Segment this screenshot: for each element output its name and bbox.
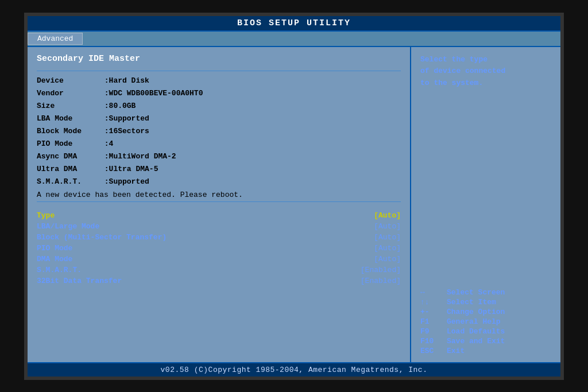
setting-row-4[interactable]: S.M.A.R.T. [Enabled] (37, 265, 401, 275)
key-desc-3: General Help (447, 317, 501, 326)
settings-header-label: Type (37, 211, 55, 220)
setting-value-4: [Enabled] (361, 266, 401, 274)
setting-name-4: S.M.A.R.T. (37, 266, 82, 274)
device-value-0: :Hard Disk (105, 76, 149, 85)
key-sym-1: ↑↓ (420, 298, 447, 306)
menu-bar: Advanced (28, 32, 560, 47)
device-row-5: PIO Mode :4 (37, 138, 401, 150)
setting-value-3: [Auto] (374, 255, 401, 263)
device-value-1: :WDC WDB00BEVE-00A0HT0 (105, 89, 203, 98)
device-row-7: Ultra DMA :Ultra DMA-5 (37, 163, 401, 176)
key-desc-5: Save and Exit (447, 337, 505, 346)
device-label-6: Async DMA (37, 150, 100, 163)
footer-bar: v02.58 (C)Copyright 1985-2004, American … (28, 362, 560, 377)
setting-name-5: 32Bit Data Transfer (37, 277, 122, 285)
section-title: Secondary IDE Master (37, 54, 401, 64)
device-value-7: :Ultra DMA-5 (105, 165, 158, 173)
key-help: ↔ Select Screen ↑↓ Select Item +- Change… (420, 288, 551, 355)
device-row-4: Block Mode :16Sectors (37, 125, 401, 138)
setting-value-2: [Auto] (374, 244, 401, 253)
key-row-5: F10 Save and Exit (420, 337, 551, 346)
settings-section: Type [Auto] LBA/Large Mode [Auto] Block … (37, 210, 401, 286)
divider-settings (37, 201, 401, 202)
device-label-4: Block Mode (37, 125, 100, 138)
setting-name-3: DMA Mode (37, 255, 72, 263)
device-info: Device :Hard Disk Vendor :WDC WDB00BEVE-… (37, 75, 401, 189)
device-value-4: :16Sectors (105, 127, 149, 135)
setting-row-5[interactable]: 32Bit Data Transfer [Enabled] (37, 275, 401, 286)
help-text: Select the typeof device connectedto the… (420, 54, 551, 90)
key-desc-6: Exit (447, 347, 465, 355)
side-panel: Select the typeof device connectedto the… (411, 47, 560, 362)
key-sym-2: +- (420, 308, 447, 316)
device-label-1: Vendor (37, 87, 100, 100)
settings-header-row[interactable]: Type [Auto] (37, 210, 401, 221)
key-row-1: ↑↓ Select Item (420, 298, 551, 306)
key-sym-6: ESC (420, 347, 447, 355)
device-label-5: PIO Mode (37, 138, 100, 150)
key-desc-0: Select Screen (447, 288, 505, 297)
key-sym-5: F10 (420, 337, 447, 346)
device-row-3: LBA Mode :Supported (37, 112, 401, 125)
key-row-0: ↔ Select Screen (420, 288, 551, 297)
content-area: Secondary IDE Master Device :Hard Disk V… (28, 47, 560, 362)
device-label-2: Size (37, 100, 100, 112)
key-row-6: ESC Exit (420, 347, 551, 355)
device-row-0: Device :Hard Disk (37, 75, 401, 87)
main-panel: Secondary IDE Master Device :Hard Disk V… (28, 47, 411, 362)
device-label-0: Device (37, 75, 100, 87)
key-sym-4: F9 (420, 327, 447, 336)
setting-name-2: PIO Mode (37, 244, 72, 253)
bios-title: BIOS SETUP UTILITY (237, 18, 351, 28)
setting-row-2[interactable]: PIO Mode [Auto] (37, 243, 401, 254)
device-label-3: LBA Mode (37, 112, 100, 125)
setting-value-0: [Auto] (374, 222, 401, 231)
device-value-3: :Supported (105, 114, 149, 123)
settings-header-value: [Auto] (374, 211, 401, 220)
device-value-6: :MultiWord DMA-2 (105, 152, 176, 161)
key-row-2: +- Change Option (420, 308, 551, 316)
key-sym-3: F1 (420, 317, 447, 326)
divider-top (37, 71, 401, 71)
key-desc-4: Load Defaults (447, 327, 505, 336)
setting-row-0[interactable]: LBA/Large Mode [Auto] (37, 221, 401, 232)
key-desc-2: Change Option (447, 308, 505, 316)
key-row-3: F1 General Help (420, 317, 551, 326)
title-bar: BIOS SETUP UTILITY (28, 16, 560, 32)
menu-item-advanced[interactable]: Advanced (28, 33, 83, 45)
setting-row-3[interactable]: DMA Mode [Auto] (37, 254, 401, 265)
key-row-4: F9 Load Defaults (420, 327, 551, 336)
device-value-5: :4 (105, 139, 114, 148)
setting-value-5: [Enabled] (361, 277, 401, 285)
device-value-8: :Supported (105, 177, 149, 186)
setting-name-1: Block (Multi-Sector Transfer) (37, 233, 167, 242)
device-label-7: Ultra DMA (37, 163, 100, 176)
device-row-8: S.M.A.R.T. :Supported (37, 176, 401, 188)
detect-message: A new device has been detected. Please r… (37, 191, 401, 199)
setting-value-1: [Auto] (374, 233, 401, 242)
device-value-2: :80.0GB (105, 102, 136, 110)
setting-name-0: LBA/Large Mode (37, 222, 99, 231)
footer-text: v02.58 (C)Copyright 1985-2004, American … (161, 366, 428, 374)
key-desc-1: Select Item (447, 298, 496, 306)
bios-screen: BIOS SETUP UTILITY Advanced Secondary ID… (24, 13, 564, 380)
setting-row-1[interactable]: Block (Multi-Sector Transfer) [Auto] (37, 232, 401, 243)
key-sym-0: ↔ (420, 288, 447, 297)
device-row-1: Vendor :WDC WDB00BEVE-00A0HT0 (37, 87, 401, 100)
device-row-6: Async DMA :MultiWord DMA-2 (37, 150, 401, 163)
device-row-2: Size :80.0GB (37, 100, 401, 112)
device-label-8: S.M.A.R.T. (37, 176, 100, 188)
